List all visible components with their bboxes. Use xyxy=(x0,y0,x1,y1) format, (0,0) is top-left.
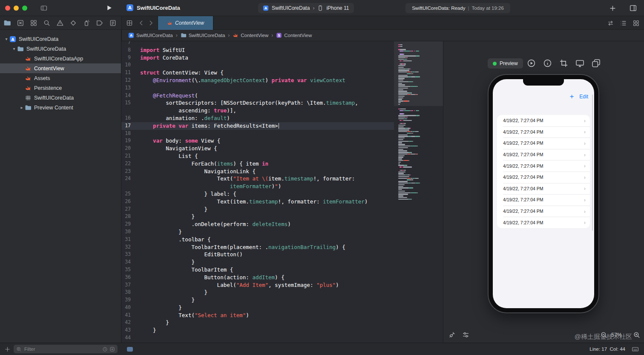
live-preview-button[interactable] xyxy=(527,59,536,68)
code-line[interactable]: 28 } xyxy=(121,213,394,220)
filter-input[interactable] xyxy=(23,346,101,352)
timestamp-row[interactable]: 4/19/22, 7:27:04 PM› xyxy=(497,137,590,149)
code-line[interactable]: 25 } label: { xyxy=(121,190,394,198)
source-control-filter-icon[interactable] xyxy=(109,346,115,352)
code-line[interactable]: 36 Button(action: addItem) { xyxy=(121,274,394,281)
code-line[interactable]: 8import SwiftUI xyxy=(121,46,394,54)
disclosure-triangle-icon[interactable]: ▸ xyxy=(19,105,25,110)
breadcrumb-project[interactable]: A SwiftUICoreData xyxy=(128,32,173,38)
recent-files-filter-icon[interactable] xyxy=(102,346,108,352)
editor-layout-button[interactable] xyxy=(632,20,640,27)
sidebar-item-preview-content[interactable]: ▸Preview Content xyxy=(0,103,121,112)
code-line[interactable]: 18 xyxy=(121,130,394,137)
issue-navigator-tab[interactable] xyxy=(56,19,64,27)
code-line[interactable]: 26 Text(item.timestamp!, formatter: item… xyxy=(121,198,394,206)
code-line[interactable]: 35 ToolbarItem { xyxy=(121,266,394,274)
code-line[interactable]: 12 @Environment(\.managedObjectContext) … xyxy=(121,77,394,84)
run-button[interactable] xyxy=(106,4,113,11)
code-line[interactable]: 16 animation: .default) xyxy=(121,115,394,122)
go-forward-button[interactable] xyxy=(147,20,154,26)
code-line[interactable]: 44 xyxy=(121,334,394,342)
disclosure-triangle-icon[interactable]: ▾ xyxy=(3,37,9,41)
code-line[interactable]: 9import CoreData xyxy=(121,54,394,62)
code-line[interactable]: 42 } xyxy=(121,319,394,326)
symbol-navigator-tab[interactable] xyxy=(30,19,37,27)
code-line[interactable]: 32 ToolbarItem(placement: .navigationBar… xyxy=(121,243,394,251)
find-navigator-tab[interactable] xyxy=(43,19,51,27)
scheme-selector[interactable]: A SwiftUICoreData › iPhone 11 xyxy=(258,3,354,13)
code-line[interactable]: 39 } xyxy=(121,296,394,304)
code-review-button[interactable] xyxy=(607,20,614,27)
code-line[interactable]: 19 var body: some View { xyxy=(121,137,394,145)
timestamp-row[interactable]: 4/19/22, 7:27:04 PM› xyxy=(497,149,590,160)
code-line[interactable]: 41 Text("Select an item") xyxy=(121,312,394,319)
sidebar-item-swiftuicoredata[interactable]: ▾SwiftUICoreData xyxy=(0,44,121,54)
breakpoints-toggle[interactable] xyxy=(127,347,133,352)
code-line[interactable]: itemFormatter)") xyxy=(121,183,394,190)
sidebar-item-swiftuicoredataapp[interactable]: SwiftUICoreDataApp xyxy=(0,54,121,63)
fullscreen-window-button[interactable] xyxy=(22,6,27,11)
minimize-window-button[interactable] xyxy=(14,6,19,11)
timestamp-row[interactable]: 4/19/22, 7:27:04 PM› xyxy=(497,126,590,138)
source-control-navigator-tab[interactable] xyxy=(17,19,24,27)
zoom-in-button[interactable] xyxy=(633,331,641,339)
timestamp-row[interactable]: 4/19/22, 7:27:04 PM› xyxy=(497,115,590,126)
report-navigator-tab[interactable] xyxy=(109,19,117,27)
code-line[interactable]: 10 xyxy=(121,61,394,69)
code-line[interactable]: ascending: true)], xyxy=(121,107,394,115)
code-line[interactable]: 13 xyxy=(121,84,394,92)
timestamp-row[interactable]: 4/19/22, 7:27:04 PM› xyxy=(497,183,590,195)
preview-selectable-button[interactable] xyxy=(559,59,568,68)
code-line[interactable]: 29 .onDelete(perform: deleteItems) xyxy=(121,220,394,228)
code-line[interactable]: 23 NavigationLink { xyxy=(121,168,394,175)
sidebar-item-persistence[interactable]: Persistence xyxy=(0,83,121,93)
timestamp-row[interactable]: 4/19/22, 7:27:04 PM› xyxy=(497,206,590,217)
add-file-button[interactable] xyxy=(4,346,11,352)
preview-inspect-button[interactable] xyxy=(543,59,552,68)
add-item-button[interactable]: + xyxy=(569,93,574,100)
minimap[interactable] xyxy=(394,41,443,343)
preview-device-button[interactable] xyxy=(575,59,584,68)
code-line[interactable]: 11struct ContentView: View { xyxy=(121,69,394,77)
code-line[interactable]: 33 EditButton() xyxy=(121,251,394,258)
sidebar-item-assets[interactable]: Assets xyxy=(0,73,121,83)
adjust-editor-button[interactable] xyxy=(620,20,627,27)
close-window-button[interactable] xyxy=(5,6,10,11)
breadcrumb-file[interactable]: ContentView xyxy=(233,32,268,38)
tab-contentview[interactable]: ContentView xyxy=(158,16,213,30)
code-editor[interactable]: 78import SwiftUI9import CoreData1011stru… xyxy=(121,41,394,343)
test-navigator-tab[interactable] xyxy=(69,19,77,27)
sidebar-item-contentview[interactable]: ContentView xyxy=(0,63,121,73)
pin-preview-button[interactable] xyxy=(448,331,456,338)
code-line[interactable]: 34 } xyxy=(121,258,394,266)
sidebar-item-swiftuicoredata[interactable]: SwiftUICoreData xyxy=(0,93,121,103)
code-line[interactable]: 27 } xyxy=(121,206,394,213)
timestamp-row[interactable]: 4/19/22, 7:27:04 PM› xyxy=(497,217,590,228)
breakpoint-navigator-tab[interactable] xyxy=(96,19,104,27)
code-line[interactable]: 30 } xyxy=(121,228,394,236)
code-line[interactable]: 15 sortDescriptors: [NSSortDescriptor(ke… xyxy=(121,99,394,107)
code-line[interactable]: 43 } xyxy=(121,326,394,334)
tab-overview-button[interactable] xyxy=(126,20,133,26)
code-line[interactable]: 24 Text("Item at \(item.timestamp!, form… xyxy=(121,175,394,183)
timestamp-row[interactable]: 4/19/22, 7:27:04 PM› xyxy=(497,194,590,206)
breadcrumb-symbol[interactable]: S ContentView xyxy=(276,32,312,38)
preview-variants-button[interactable] xyxy=(592,59,601,68)
code-line[interactable]: 21 List { xyxy=(121,152,394,160)
code-line[interactable]: 17 private var items: FetchedResults<Ite… xyxy=(121,122,394,130)
project-navigator-tab[interactable] xyxy=(3,19,11,27)
filter-field[interactable] xyxy=(14,345,118,353)
code-line[interactable]: 7 xyxy=(121,41,394,46)
debug-navigator-tab[interactable] xyxy=(83,19,90,27)
editor-panes-button[interactable] xyxy=(629,4,637,12)
edit-button[interactable]: Edit xyxy=(579,94,588,100)
sidebar-item-swiftuicoredata[interactable]: ▾ASwiftUICoreData xyxy=(0,34,121,44)
go-back-button[interactable] xyxy=(138,20,145,26)
toggle-navigator-icon[interactable] xyxy=(40,5,48,11)
keyboard-shortcuts-icon[interactable] xyxy=(632,346,639,353)
breadcrumb-group[interactable]: SwiftUICoreData xyxy=(181,32,225,38)
code-line[interactable]: 38 } xyxy=(121,289,394,296)
library-add-button[interactable] xyxy=(609,5,616,12)
code-line[interactable]: 20 NavigationView { xyxy=(121,145,394,152)
code-line[interactable]: 40 } xyxy=(121,304,394,312)
